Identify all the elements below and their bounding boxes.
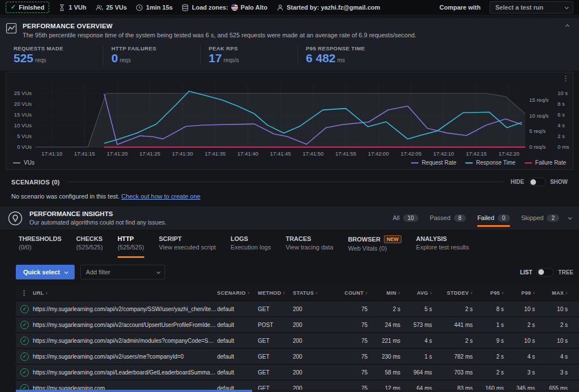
svg-text:17:41:20: 17:41:20 bbox=[107, 150, 128, 157]
scenario-cell: default bbox=[217, 369, 258, 376]
stat-requests-made: REQUESTS MADE 525reqs bbox=[6, 45, 103, 65]
column-header-max[interactable]: MAX› bbox=[535, 290, 568, 296]
add-filter-select[interactable]: Add filter bbox=[80, 265, 165, 279]
column-header-avg[interactable]: AVG› bbox=[400, 290, 432, 296]
insights-tab-count-badge: 0 bbox=[498, 214, 510, 222]
table-row[interactable]: ✓https://my.sugarlearning.com/api/Leader… bbox=[16, 365, 579, 380]
tab-thresholds[interactable]: THRESHOLDS(0/0) bbox=[19, 235, 62, 258]
p99-cell: 10 s bbox=[504, 306, 535, 312]
legend-mark bbox=[525, 162, 532, 163]
svg-text:15 VUs: 15 VUs bbox=[14, 111, 32, 118]
url-cell[interactable]: https://my.sugarlearning.com/api/v2/acco… bbox=[33, 322, 217, 328]
p99-cell: 3 s bbox=[504, 369, 535, 376]
tab-http[interactable]: HTTP(525/525) bbox=[118, 235, 144, 258]
tab-browser[interactable]: BROWSERNEWWeb Vitals (0) bbox=[348, 235, 401, 258]
hide-show-toggle[interactable] bbox=[529, 178, 546, 186]
legend-response-time[interactable]: Response Time bbox=[465, 160, 515, 166]
status-cell: 200 bbox=[293, 354, 335, 360]
svg-text:17:41:45: 17:41:45 bbox=[270, 150, 291, 157]
insights-tab-label: All bbox=[393, 214, 400, 221]
success-check-icon: ✓ bbox=[20, 337, 29, 345]
column-header-stddev[interactable]: STDDEV› bbox=[432, 290, 473, 296]
url-cell[interactable]: https://my.sugarlearning.com/api/Leaderb… bbox=[33, 369, 217, 376]
avg-cell: 573 ms bbox=[400, 322, 432, 328]
create-scenario-link[interactable]: Check out how to create one bbox=[121, 193, 200, 200]
quick-select-button[interactable]: Quick select bbox=[16, 265, 75, 279]
stat-unit: ms bbox=[338, 57, 345, 63]
svg-text:17:41:15: 17:41:15 bbox=[74, 150, 95, 157]
table-row[interactable]: ✓https://my.sugarlearning.com/api/v2/use… bbox=[16, 349, 579, 364]
performance-timeseries-chart[interactable]: 17:41:1017:41:1517:41:2017:41:2517:41:30… bbox=[6, 75, 573, 160]
count-cell: 75 bbox=[335, 354, 368, 360]
max-cell: 10 s bbox=[535, 338, 568, 344]
panel-menu-icon[interactable]: ⋮ bbox=[562, 75, 569, 82]
count-cell: 75 bbox=[335, 338, 368, 344]
column-header-status[interactable]: STATUS› bbox=[293, 290, 335, 296]
insights-tab-passed[interactable]: Passed8 bbox=[430, 211, 466, 226]
table-menu-icon[interactable]: ⋮ bbox=[16, 289, 33, 297]
column-header-p95[interactable]: P95› bbox=[473, 290, 504, 296]
url-cell[interactable]: https://my.sugarlearning.com/api/v2/admi… bbox=[33, 338, 217, 344]
chart-legend: Request RateResponse TimeFailure Rate bbox=[411, 160, 566, 166]
column-header-url[interactable]: URL› bbox=[33, 290, 217, 296]
column-label: STDDEV bbox=[447, 290, 469, 296]
scenario-cell: default bbox=[217, 306, 258, 312]
tab-logs[interactable]: LOGSExecution logs bbox=[231, 235, 271, 258]
column-label: METHOD bbox=[258, 290, 281, 296]
horizontal-scrollbar[interactable] bbox=[16, 390, 579, 392]
tab-script[interactable]: SCRIPTView executed script bbox=[159, 235, 216, 258]
tab-title: SCRIPT bbox=[159, 235, 182, 242]
column-header-method[interactable]: METHOD› bbox=[258, 290, 293, 296]
table-row[interactable]: ✓https://my.sugarlearning.com/api/v2/com… bbox=[16, 301, 579, 316]
stat-peak-rps: PEAK RPS 17reqs/s bbox=[200, 45, 297, 65]
column-header-min[interactable]: MIN› bbox=[368, 290, 400, 296]
insights-tab-skipped[interactable]: Skipped2 bbox=[521, 211, 559, 226]
table-row[interactable]: ✓https://my.sugarlearning.com/api/v2/acc… bbox=[16, 317, 579, 332]
tab-subtitle: (0/0) bbox=[19, 244, 62, 251]
stat-label: REQUESTS MADE bbox=[14, 45, 95, 51]
column-header-scenario[interactable]: SCENARIO› bbox=[217, 290, 258, 296]
tab-title: BROWSER bbox=[348, 236, 380, 243]
svg-text:0 req/s: 0 req/s bbox=[529, 144, 546, 150]
min-cell: 221 ms bbox=[368, 338, 400, 344]
table-row[interactable]: ✓https://my.sugarlearning.com/api/v2/adm… bbox=[16, 333, 579, 348]
column-header-p99[interactable]: P99› bbox=[504, 290, 535, 296]
avg-cell: 1 s bbox=[400, 354, 432, 360]
tab-title: HTTP bbox=[118, 235, 134, 242]
svg-text:0 VUs: 0 VUs bbox=[17, 144, 32, 150]
stat-unit: reqs bbox=[35, 57, 46, 63]
list-tree-toggle[interactable] bbox=[537, 268, 554, 277]
insights-chevron-down-icon[interactable] bbox=[568, 216, 572, 219]
stat-unit: reqs/s bbox=[223, 57, 239, 63]
tab-traces[interactable]: TRACESView tracing data bbox=[286, 235, 333, 258]
svg-text:10 req/s: 10 req/s bbox=[529, 113, 549, 119]
url-cell[interactable]: https://my.sugarlearning.com/api/v2/user… bbox=[33, 354, 217, 360]
legend-request-rate[interactable]: Request Rate bbox=[411, 160, 456, 166]
method-cell: GET bbox=[258, 306, 293, 312]
stddev-cell: 2 s bbox=[432, 338, 473, 344]
p95-cell: 1 s bbox=[473, 322, 504, 328]
method-cell: GET bbox=[258, 369, 293, 376]
column-header-count[interactable]: COUNT› bbox=[335, 290, 368, 296]
tab-checks[interactable]: CHECKS(525/525) bbox=[76, 235, 103, 258]
status-cell: 200 bbox=[293, 322, 335, 328]
legend-failure-rate[interactable]: Failure Rate bbox=[525, 160, 566, 166]
stat-p95-response-time: P95 RESPONSE TIME 6 482ms bbox=[297, 45, 395, 65]
url-cell[interactable]: https://my.sugarlearning.com/api/v2/comp… bbox=[33, 306, 217, 312]
avg-cell: 4 s bbox=[400, 338, 432, 344]
insights-tab-all[interactable]: All10 bbox=[393, 211, 418, 226]
svg-text:17:41:25: 17:41:25 bbox=[140, 150, 161, 157]
p95-cell: 8 s bbox=[473, 306, 504, 312]
insights-tab-failed[interactable]: Failed0 bbox=[477, 211, 510, 226]
compare-test-run-select[interactable]: Select a test run bbox=[490, 1, 573, 14]
tab-subtitle: Execution logs bbox=[231, 244, 271, 251]
collapse-chevron-icon[interactable] bbox=[565, 24, 569, 28]
tab-analysis[interactable]: ANALYSISExplore test results bbox=[416, 235, 469, 258]
svg-text:17:42:05: 17:42:05 bbox=[400, 150, 421, 157]
horizontal-scrollbar-thumb[interactable] bbox=[16, 390, 252, 392]
legend-label: Request Rate bbox=[422, 160, 456, 166]
legend-vus[interactable]: VUs bbox=[13, 160, 34, 166]
tab-subtitle: (525/525) bbox=[118, 244, 144, 251]
column-label: STATUS bbox=[293, 290, 314, 296]
vus-legend-mark bbox=[13, 162, 20, 163]
